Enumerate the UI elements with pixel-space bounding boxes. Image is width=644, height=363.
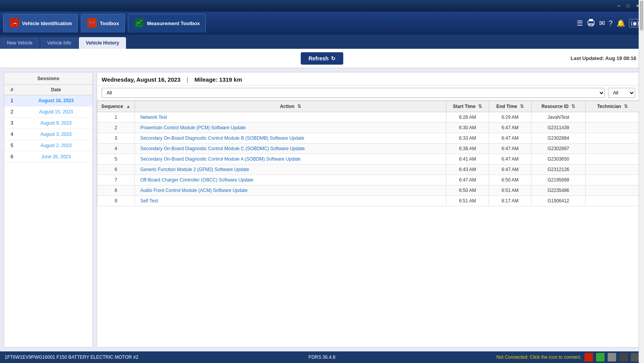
sessions-col-num: # xyxy=(4,85,20,95)
row-start-time: 6:33 AM xyxy=(446,133,489,144)
filter-dropdown-main[interactable]: All xyxy=(102,88,605,98)
refresh-button[interactable]: Refresh ↻ xyxy=(301,52,343,65)
sort-technician-icon[interactable]: ⇅ xyxy=(624,104,628,109)
tab-measurement-toolbox[interactable]: Measurement Toolbox xyxy=(128,14,206,33)
session-num: 4 xyxy=(4,129,20,140)
version-status: FDRS 36.4.8 xyxy=(283,354,361,360)
filter-row: All All xyxy=(97,86,640,100)
mail-icon[interactable]: ✉ xyxy=(599,19,605,27)
help-icon[interactable]: ? xyxy=(609,19,613,27)
action-link[interactable]: Powertrain Control Module (PCM) Software… xyxy=(140,125,246,130)
history-panel: Wednesday, August 16, 2023 | Mileage: 13… xyxy=(97,72,640,348)
action-link[interactable]: Generic Function Module 2 (GFM2) Softwar… xyxy=(140,167,249,172)
refresh-label: Refresh xyxy=(308,55,329,62)
action-link[interactable]: Off-Board Charger Controller (OBCC) Soft… xyxy=(140,177,254,183)
status-icon-card[interactable] xyxy=(631,353,639,361)
session-date[interactable]: August 3, 2023 xyxy=(20,129,92,140)
svg-rect-7 xyxy=(589,19,593,21)
maximize-button[interactable]: □ xyxy=(625,2,632,9)
row-action: Secondary On-Board Diagnostic Control Mo… xyxy=(135,133,446,144)
session-row[interactable]: 1 August 16, 2023 xyxy=(4,95,92,106)
row-technician xyxy=(586,123,640,133)
sort-resourceid-icon[interactable]: ⇅ xyxy=(571,104,575,109)
not-connected-label: Not Connected: Click the icon to connect… xyxy=(496,354,581,360)
history-table: Sequence ▲ Action ⇅ Start Time ⇅ xyxy=(97,101,640,206)
col-end-time: End Time ⇅ xyxy=(489,101,532,112)
row-seq: 4 xyxy=(97,144,135,154)
action-link[interactable]: Secondary On-Board Diagnostic Control Mo… xyxy=(140,135,304,141)
session-date[interactable]: August 15, 2023 xyxy=(20,106,92,118)
sub-navigation: New Vehicle Vehicle Info Vehicle History xyxy=(0,35,644,49)
table-row: 5 Secondary On-Board Diagnostic Control … xyxy=(97,154,640,164)
row-action: Powertrain Control Module (PCM) Software… xyxy=(135,123,446,133)
sort-starttime-icon[interactable]: ⇅ xyxy=(478,104,482,109)
filter-dropdown-all[interactable]: All xyxy=(608,88,635,98)
sub-tab-vehicle-info-label: Vehicle Info xyxy=(47,40,71,46)
row-end-time: 6:47 AM xyxy=(489,144,532,154)
session-row[interactable]: 4 August 3, 2023 xyxy=(4,129,92,140)
session-row[interactable]: 6 June 26, 2023 xyxy=(4,151,92,163)
status-icon-gray[interactable] xyxy=(608,353,616,361)
session-date[interactable]: August 2, 2023 xyxy=(20,140,92,151)
sub-tab-vehicle-info[interactable]: Vehicle Info xyxy=(40,37,78,49)
row-end-time: 6:29 AM xyxy=(489,112,532,123)
session-num: 2 xyxy=(4,106,20,118)
sub-tab-new-vehicle[interactable]: New Vehicle xyxy=(0,37,39,49)
tab-vehicle-identification-label: Vehicle Identification xyxy=(22,21,72,26)
session-row[interactable]: 5 August 2, 2023 xyxy=(4,140,92,151)
status-icon-red[interactable] xyxy=(584,353,593,361)
row-end-time: 6:50 AM xyxy=(489,175,532,185)
row-end-time: 8:17 AM xyxy=(489,196,532,206)
main-content: Refresh ↻ Last Updated: Aug 19 08:16 Ses… xyxy=(0,49,644,351)
alert-icon[interactable]: 🔔 xyxy=(617,19,625,27)
sessions-title: Sessions xyxy=(4,72,92,85)
row-start-time: 6:43 AM xyxy=(446,164,489,175)
sort-sequence-icon[interactable]: ▲ xyxy=(126,104,131,109)
scrollbar-track[interactable] xyxy=(639,100,640,347)
session-date[interactable]: August 16, 2023 xyxy=(20,95,92,106)
col-action: Action ⇅ xyxy=(135,101,446,112)
content-area: Sessions # Date 1 August 16, 2023 2 Augu… xyxy=(0,68,644,351)
row-seq: 8 xyxy=(97,185,135,196)
row-action: Generic Function Module 2 (GFM2) Softwar… xyxy=(135,164,446,175)
sort-endtime-icon[interactable]: ⇅ xyxy=(520,104,524,109)
sessions-panel: Sessions # Date 1 August 16, 2023 2 Augu… xyxy=(4,72,93,348)
status-icon-dark[interactable] xyxy=(619,353,628,361)
refresh-bar: Refresh ↻ Last Updated: Aug 19 08:16 xyxy=(0,49,644,68)
row-seq: 3 xyxy=(97,133,135,144)
minimize-button[interactable]: ─ xyxy=(615,2,622,9)
row-start-time: 6:51 AM xyxy=(446,196,489,206)
action-link[interactable]: Self Test xyxy=(140,198,158,204)
row-start-time: 6:41 AM xyxy=(446,154,489,164)
history-date: Wednesday, August 16, 2023 xyxy=(102,76,181,83)
session-date[interactable]: August 9, 2023 xyxy=(20,118,92,129)
table-row: 6 Generic Function Module 2 (GFM2) Softw… xyxy=(97,164,640,175)
row-technician xyxy=(586,185,640,196)
row-resource-id: G2235486 xyxy=(532,185,586,196)
action-link[interactable]: Secondary On-Board Diagnostic Control Mo… xyxy=(140,156,301,162)
row-end-time: 6:51 AM xyxy=(489,185,532,196)
col-technician: Technician ⇅ xyxy=(586,101,640,112)
print-icon[interactable] xyxy=(587,18,595,29)
tab-toolbox[interactable]: 🧰 Toolbox xyxy=(81,14,125,33)
row-resource-id: G2312126 xyxy=(532,164,586,175)
row-resource-id: G2195899 xyxy=(532,175,586,185)
row-technician xyxy=(586,144,640,154)
sub-tab-new-vehicle-label: New Vehicle xyxy=(7,40,32,46)
session-row[interactable]: 2 August 15, 2023 xyxy=(4,106,92,118)
sessions-col-date: Date xyxy=(20,85,92,95)
sub-tab-vehicle-history[interactable]: Vehicle History xyxy=(79,37,126,49)
session-row[interactable]: 3 August 9, 2023 xyxy=(4,118,92,129)
status-icon-green[interactable] xyxy=(596,353,605,361)
action-link[interactable]: Network Test xyxy=(140,115,167,120)
tab-vehicle-identification[interactable]: 🚗 Vehicle Identification xyxy=(3,14,78,33)
row-seq: 1 xyxy=(97,112,135,123)
last-updated-label: Last Updated: Aug 19 08:16 xyxy=(571,55,636,61)
session-date[interactable]: June 26, 2023 xyxy=(20,151,92,163)
sort-action-icon[interactable]: ⇅ xyxy=(297,104,301,109)
menu-icon[interactable]: ☰ xyxy=(577,19,583,27)
row-technician xyxy=(586,112,640,123)
row-start-time: 6:30 AM xyxy=(446,123,489,133)
action-link[interactable]: Secondary On-Board Diagnostic Control Mo… xyxy=(140,146,305,151)
action-link[interactable]: Audio Front Control Module (ACM) Softwar… xyxy=(140,188,247,193)
